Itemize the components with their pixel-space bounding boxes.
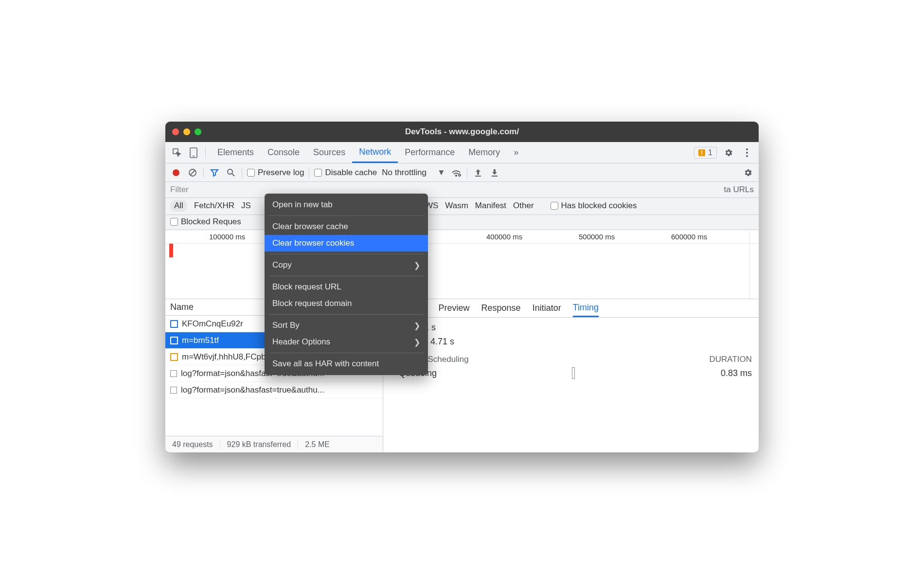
request-name: KFOmCnqEu92r: [182, 319, 243, 329]
ctx-clear-cookies[interactable]: Clear browser cookies: [265, 235, 428, 251]
ctx-copy[interactable]: Copy❯: [265, 257, 428, 273]
preserve-log-label: Preserve log: [258, 168, 304, 178]
type-all[interactable]: All: [170, 200, 187, 212]
disable-cache-checkbox[interactable]: Disable cache: [314, 168, 377, 178]
timing-section-header: Resource Scheduling DURATION: [390, 355, 752, 364]
file-icon: [170, 337, 178, 344]
request-name: log?format=json&hasfast=true&authu...: [181, 385, 324, 395]
status-transferred: 929 kB transferred: [220, 440, 298, 449]
type-wasm[interactable]: Wasm: [445, 201, 468, 211]
filter-row: Filter ta URLs: [165, 182, 759, 198]
throttling-select[interactable]: No throttling ▼: [382, 168, 445, 178]
ctx-open-new-tab[interactable]: Open in new tab: [265, 197, 428, 213]
traffic-lights: [172, 128, 201, 135]
file-icon: [170, 370, 177, 377]
tab-response[interactable]: Response: [481, 303, 521, 313]
ctx-clear-cache[interactable]: Clear browser cache: [265, 218, 428, 235]
gear-icon[interactable]: [722, 146, 735, 160]
queued-at: ed at 4.71 s: [390, 323, 752, 333]
window-title: DevTools - www.google.com/: [405, 127, 519, 137]
ctx-block-domain[interactable]: Block request domain: [265, 295, 428, 312]
ctx-divider: [269, 276, 423, 276]
queueing-value: 0.83 ms: [721, 368, 752, 378]
separator: [203, 167, 204, 178]
type-manifest[interactable]: Manifest: [475, 201, 506, 211]
search-icon[interactable]: [225, 167, 237, 179]
network-settings-gear-icon[interactable]: [742, 167, 754, 179]
tab-timing[interactable]: Timing: [573, 299, 599, 317]
download-har-icon[interactable]: [489, 167, 500, 179]
minimize-window-button[interactable]: [183, 128, 190, 135]
svg-point-3: [746, 148, 748, 150]
context-menu[interactable]: Open in new tab Clear browser cache Clea…: [265, 194, 428, 375]
svg-point-8: [228, 169, 232, 174]
svg-rect-13: [492, 176, 498, 177]
request-row[interactable]: log?format=json&hasfast=true&authu...: [165, 382, 383, 398]
svg-point-11: [459, 174, 461, 176]
timeline-marker[interactable]: [169, 244, 173, 257]
issues-counter[interactable]: ! 1: [694, 147, 717, 159]
separator: [467, 167, 467, 178]
preserve-log-checkbox[interactable]: Preserve log: [247, 168, 304, 178]
close-window-button[interactable]: [172, 128, 179, 135]
separator: [205, 147, 206, 159]
detail-tabs: × aders Preview Response Initiator Timin…: [383, 299, 759, 318]
filter-input[interactable]: Filter: [170, 185, 189, 195]
timing-body: ed at 4.71 s Started at 4.71 s Resource …: [383, 318, 759, 452]
tabbar-right: ! 1: [694, 146, 754, 160]
timeline-tick: 100000 ms: [209, 233, 245, 241]
ctx-header-options[interactable]: Header Options❯: [265, 334, 428, 350]
tab-performance[interactable]: Performance: [398, 142, 462, 163]
inspect-icon[interactable]: [170, 146, 184, 160]
request-name: m=bm51tf: [182, 336, 219, 345]
timeline-overview[interactable]: 100000 ms 400000 ms 500000 ms 600000 ms: [165, 230, 759, 299]
devtools-tabbar: Elements Console Sources Network Perform…: [165, 142, 759, 163]
tab-initiator[interactable]: Initiator: [533, 303, 561, 313]
warning-icon: !: [698, 149, 705, 156]
ctx-sort-by[interactable]: Sort By❯: [265, 317, 428, 334]
separator: [242, 167, 242, 178]
timeline-tick: 400000 ms: [486, 233, 522, 241]
throttling-value: No throttling: [382, 168, 426, 178]
tab-sources[interactable]: Sources: [306, 142, 352, 163]
record-button[interactable]: [170, 167, 182, 179]
tab-console[interactable]: Console: [261, 142, 306, 163]
filter-icon[interactable]: [209, 167, 220, 179]
file-icon: [170, 387, 177, 394]
type-js[interactable]: JS: [241, 201, 251, 211]
request-detail-pane: × aders Preview Response Initiator Timin…: [383, 299, 759, 452]
separator: [309, 167, 309, 178]
clear-icon[interactable]: [187, 167, 198, 179]
disable-cache-label: Disable cache: [325, 168, 377, 178]
chevron-right-icon: ❯: [414, 321, 420, 330]
has-blocked-cookies-checkbox[interactable]: Has blocked cookies: [551, 201, 637, 211]
checkbox-icon: [314, 169, 322, 177]
tab-network[interactable]: Network: [352, 142, 398, 163]
svg-rect-12: [475, 176, 481, 177]
blocked-requests-row: Blocked Reques: [165, 215, 759, 230]
upload-har-icon[interactable]: [472, 167, 484, 179]
tab-elements[interactable]: Elements: [211, 142, 261, 163]
type-fetch-xhr[interactable]: Fetch/XHR: [194, 201, 234, 211]
chevron-right-icon: ❯: [414, 261, 420, 270]
type-other[interactable]: Other: [513, 201, 534, 211]
timeline-divider: [749, 230, 750, 299]
kebab-icon[interactable]: [740, 146, 754, 160]
network-conditions-icon[interactable]: [450, 167, 462, 179]
ctx-divider: [269, 254, 423, 254]
zoom-window-button[interactable]: [195, 128, 201, 135]
file-icon: [170, 320, 178, 328]
hide-data-urls-label[interactable]: ta URLs: [724, 185, 754, 195]
issues-count: 1: [708, 148, 712, 157]
titlebar: DevTools - www.google.com/: [165, 122, 759, 142]
tab-memory[interactable]: Memory: [462, 142, 507, 163]
device-toggle-icon[interactable]: [187, 146, 200, 160]
more-tabs-button[interactable]: »: [507, 142, 525, 163]
blocked-requests-checkbox[interactable]: Blocked Reques: [170, 217, 241, 227]
ctx-divider: [269, 215, 423, 216]
svg-line-9: [232, 174, 234, 176]
svg-point-4: [746, 152, 748, 154]
tab-preview[interactable]: Preview: [439, 303, 470, 313]
ctx-save-har[interactable]: Save all as HAR with content: [265, 356, 428, 372]
ctx-block-url[interactable]: Block request URL: [265, 279, 428, 295]
